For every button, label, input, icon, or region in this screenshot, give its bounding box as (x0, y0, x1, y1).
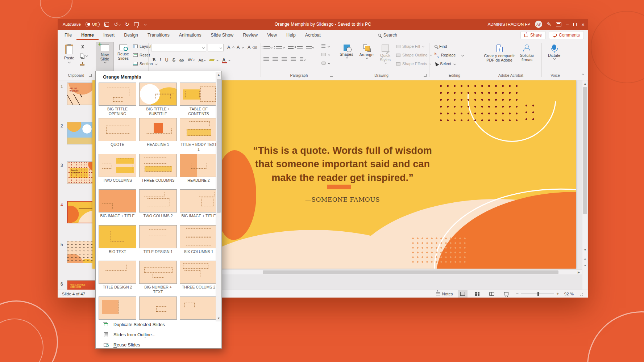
collapse-ribbon-icon[interactable] (582, 73, 584, 76)
layout-thumbnail[interactable] (180, 154, 217, 177)
menu-item-duplicate-selected-slides[interactable]: Duplicate Selected Slides (96, 320, 215, 329)
quote-text[interactable]: “This is a quote. Words full of wisdomth… (248, 144, 437, 185)
autosave-toggle[interactable]: Off (86, 22, 100, 27)
layout-thumbnail[interactable] (180, 189, 217, 212)
new-slide-button[interactable]: New Slide (96, 42, 113, 71)
normal-view-button[interactable] (458, 290, 468, 298)
line-spacing-button[interactable] (306, 45, 314, 50)
quote-attribution[interactable]: —SOMEONE FAMOUS (248, 196, 437, 203)
decrease-font-size-button[interactable]: A (237, 45, 244, 50)
start-slideshow-icon[interactable] (134, 22, 139, 26)
font-size-combobox[interactable] (208, 44, 224, 51)
slide-thumbnail-3[interactable]: Table of Contents (67, 161, 95, 184)
ribbon-display-options-icon[interactable] (556, 22, 561, 26)
quick-access-toolbar-chevron-icon[interactable] (144, 23, 146, 25)
layout-option-two-colums-2[interactable]: TWO COLUMS 2 (139, 189, 177, 218)
select-button[interactable]: Select (435, 62, 456, 66)
horizontal-scrollbar-thumb[interactable] (263, 270, 558, 274)
layout-option-two-columns[interactable]: TWO COLUMNS (99, 154, 136, 183)
scroll-down-icon[interactable]: ▼ (582, 247, 588, 253)
increase-font-size-button[interactable]: A (227, 45, 234, 50)
vertical-scrollbar[interactable]: ▲ ▼ ⏶ ⏷ (582, 80, 587, 290)
minimize-button[interactable]: – (566, 22, 569, 27)
zoom-out-button[interactable]: − (516, 291, 519, 296)
layout-thumbnail[interactable] (180, 225, 217, 248)
menu-item-slides-from-outline[interactable]: Slides from Outline... (96, 331, 215, 339)
redo-icon[interactable]: ↻ (125, 22, 129, 27)
layout-thumbnail[interactable] (99, 154, 136, 177)
format-painter-button[interactable] (80, 62, 84, 66)
acrobat-create-pdf-button[interactable]: Crear y compartir PDF de Adobe (484, 42, 515, 71)
layout-thumbnail[interactable] (99, 296, 136, 320)
tab-acrobat[interactable]: Acrobat (300, 30, 325, 40)
layout-option[interactable] (180, 296, 217, 320)
reset-button[interactable]: Reset (133, 53, 150, 57)
copy-button[interactable] (80, 54, 88, 58)
layout-option-title-design-2[interactable]: TITLE DESIGN 2 (99, 261, 136, 290)
maximize-button[interactable] (573, 23, 577, 26)
tab-transitions[interactable]: Transitions (143, 30, 174, 40)
slideshow-view-button[interactable] (502, 290, 511, 298)
layout-thumbnail[interactable] (139, 225, 177, 248)
search-box[interactable]: Search (378, 33, 397, 38)
fit-slide-to-window-icon[interactable] (579, 292, 583, 296)
convert-to-smartart-button[interactable] (321, 62, 330, 65)
layout-option-big-image-title[interactable]: BIG IMAGE + TITLE (180, 189, 217, 218)
layout-thumbnail[interactable] (99, 189, 136, 212)
layout-option-headline-2[interactable]: HEADLINE 2 (180, 154, 217, 183)
layout-thumbnail[interactable] (99, 83, 136, 106)
align-text-button[interactable] (321, 53, 330, 56)
share-button[interactable]: Share (520, 31, 546, 39)
find-button[interactable]: Find (435, 44, 447, 49)
close-button[interactable]: × (581, 22, 585, 27)
layout-option-three-columns[interactable]: THREE COLUMNS (139, 154, 177, 183)
shapes-button[interactable]: Shapes (337, 42, 356, 71)
font-name-combobox[interactable] (151, 44, 206, 51)
cut-button[interactable] (80, 45, 85, 50)
decrease-indent-button[interactable] (288, 45, 294, 50)
bold-button[interactable]: B (153, 57, 155, 63)
align-right-button[interactable] (282, 57, 287, 62)
tab-insert[interactable]: Insert (99, 30, 119, 40)
layout-option-quote[interactable]: QUOTE (99, 118, 136, 147)
replace-button[interactable]: Replace (435, 53, 464, 57)
zoom-slider-thumb[interactable] (537, 292, 539, 296)
clear-formatting-button[interactable]: A⌫ (248, 45, 257, 50)
save-icon[interactable] (104, 22, 109, 27)
layout-thumbnail[interactable] (99, 261, 136, 284)
comments-button[interactable]: Comments (549, 31, 584, 39)
paragraph-dialog-launcher-icon[interactable] (330, 74, 333, 77)
previous-slide-icon[interactable]: ⏶ (582, 256, 588, 262)
layout-option-headline-1[interactable]: HEADLINE 1 (139, 118, 177, 147)
layout-thumbnail[interactable] (180, 118, 217, 141)
layout-option-big-image-title[interactable]: BIG IMAGE + TITLE (99, 189, 136, 218)
layout-thumbnail[interactable] (139, 83, 177, 106)
layout-option-title-design-1[interactable]: TITLE DESIGN 1 (139, 225, 177, 254)
scroll-right-icon[interactable]: ▶ (576, 270, 582, 275)
layout-thumbnail[interactable] (180, 296, 217, 320)
layout-option-big-text[interactable]: BIG TEXT (99, 225, 136, 254)
layout-thumbnail[interactable] (139, 189, 177, 212)
layout-thumbnail[interactable] (180, 261, 217, 284)
paste-button[interactable]: Paste (61, 42, 77, 71)
slide-thumbnail-5[interactable] (67, 241, 95, 263)
text-direction-button[interactable] (321, 44, 329, 48)
layout-option-three-colums-2[interactable]: THREE COLUMS 2 (180, 261, 217, 290)
gallery-scroll-down-icon[interactable]: ▼ (216, 315, 221, 321)
zoom-level[interactable]: 92 % (564, 292, 574, 296)
underline-button[interactable]: U (165, 58, 169, 63)
tab-help[interactable]: Help (282, 30, 300, 40)
gallery-scrollbar[interactable]: ▲ ▼ (216, 72, 221, 321)
gallery-scrollbar-thumb[interactable] (217, 79, 221, 213)
reading-view-button[interactable] (487, 290, 496, 298)
layout-option-six-columns-1[interactable]: SIX COLUMNS 1 (180, 225, 217, 254)
shadow-strikethrough-button[interactable]: S (173, 58, 175, 63)
slide-thumbnail-6[interactable]: THE SLIDE TITLE GOES HERE (67, 280, 95, 290)
font-color-button[interactable]: A (222, 58, 227, 63)
bullets-button[interactable] (263, 45, 272, 50)
drawing-dialog-launcher-icon[interactable] (424, 74, 427, 77)
clipboard-dialog-launcher-icon[interactable] (89, 74, 92, 77)
account-name[interactable]: ADMINISTRACION FP (488, 22, 531, 26)
zoom-slider[interactable] (521, 294, 554, 294)
character-spacing-button[interactable]: AV (188, 58, 195, 62)
